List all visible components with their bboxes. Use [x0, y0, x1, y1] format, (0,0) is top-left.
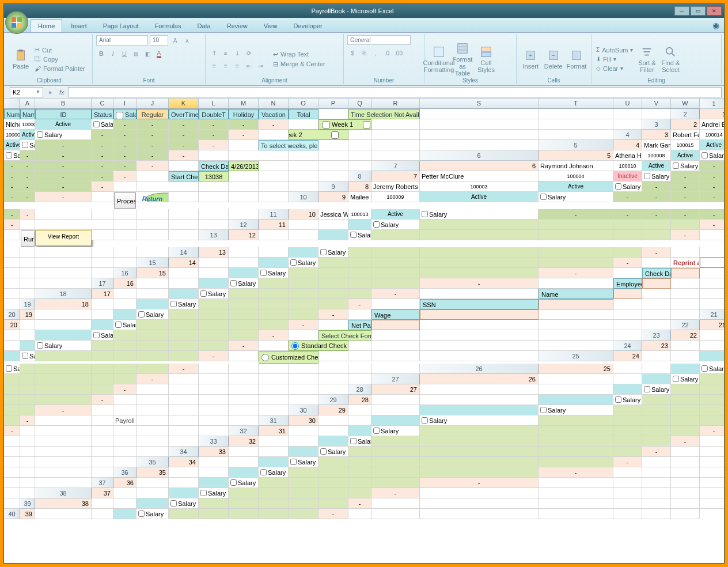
- indent-dec-icon[interactable]: ⇤: [244, 61, 254, 71]
- cell-total-2[interactable]: -: [259, 119, 289, 130]
- col-header-W[interactable]: W: [671, 99, 700, 109]
- cell-pay-18-1[interactable]: [259, 289, 289, 299]
- font-name-select[interactable]: Arial: [96, 35, 148, 46]
- cell-pay-34-3[interactable]: [539, 447, 613, 457]
- cell-num-23[interactable]: 22: [671, 330, 700, 341]
- salary-checkbox[interactable]: [644, 173, 650, 179]
- row-header-15[interactable]: 15: [136, 258, 169, 268]
- cell-pay-33-0[interactable]: [371, 436, 420, 447]
- cell-total-39[interactable]: -: [348, 498, 371, 509]
- cell-id-18[interactable]: [136, 289, 169, 299]
- cell-pay-7-0[interactable]: -: [700, 161, 724, 171]
- cell-num-25[interactable]: 24: [613, 351, 642, 361]
- cell-pay-8-0[interactable]: -: [671, 171, 700, 182]
- cell-name-33[interactable]: [259, 436, 289, 447]
- std-format-option[interactable]: Standard Check Format (Current Setup=Qui…: [289, 341, 348, 351]
- cell-total-36[interactable]: -: [539, 467, 613, 478]
- cell-pay-28-0[interactable]: [671, 384, 700, 395]
- cell-pay-24-4[interactable]: [169, 351, 199, 361]
- cell-id-7[interactable]: 100010: [613, 161, 642, 171]
- cell-total-27[interactable]: -: [113, 384, 136, 395]
- cell-pay-29-0[interactable]: [642, 395, 671, 405]
- maximize-button[interactable]: ▭: [691, 6, 706, 16]
- check-date-value[interactable]: 4/26/2013: [229, 161, 259, 171]
- cell-salary-9[interactable]: Salary: [613, 182, 642, 192]
- conditional-formatting-button[interactable]: Conditional Formatting: [428, 35, 450, 83]
- cell-pay-6-1[interactable]: -: [20, 161, 35, 171]
- dec-decimal-icon[interactable]: .00: [393, 48, 404, 58]
- cell-pay-35-0[interactable]: [318, 457, 348, 467]
- cell-num-28[interactable]: 27: [371, 384, 420, 395]
- cell-pay-29-2[interactable]: [700, 395, 724, 405]
- cell-id-32[interactable]: [318, 426, 348, 436]
- cell-name-24[interactable]: [671, 341, 700, 351]
- cell-num-22[interactable]: 21: [700, 320, 724, 330]
- cell-status-35[interactable]: [259, 457, 289, 467]
- shrink-font-icon[interactable]: ᴀ: [182, 35, 192, 46]
- cell-pay-16-4[interactable]: [420, 268, 539, 278]
- cell-pay-38-4[interactable]: [348, 488, 371, 498]
- cell-pay-31-1[interactable]: [613, 415, 642, 426]
- cell-num-14[interactable]: 13: [199, 247, 229, 258]
- cell-id-31[interactable]: [348, 415, 371, 426]
- cell-pay-39-3[interactable]: [289, 498, 318, 509]
- cell-salary-13[interactable]: Salary: [348, 230, 371, 240]
- cell-status-18[interactable]: [169, 289, 199, 299]
- cell-pay-37-0[interactable]: [259, 478, 289, 488]
- select-all[interactable]: [4, 99, 20, 109]
- cell-salary-34[interactable]: Salary: [318, 447, 348, 457]
- cell-salary-27[interactable]: Salary: [671, 374, 700, 384]
- reprint-combo[interactable]: ▼: [700, 258, 724, 268]
- salary-checkbox[interactable]: [260, 469, 267, 475]
- cell-status-14[interactable]: [289, 247, 318, 258]
- cell-pay-23-1[interactable]: [113, 341, 136, 351]
- cell-name-34[interactable]: [229, 447, 259, 457]
- cell-pay-35-1[interactable]: [348, 457, 371, 467]
- salary-checkbox[interactable]: [373, 428, 380, 434]
- cell-status-39[interactable]: [136, 498, 169, 509]
- cell-status-31[interactable]: [371, 415, 420, 426]
- merge-center-button[interactable]: ⊟Merge & Center: [272, 60, 327, 69]
- cell-num-27[interactable]: 26: [420, 374, 539, 384]
- row-header-36[interactable]: 36: [113, 467, 136, 478]
- cell-pay-20-4[interactable]: [289, 309, 318, 320]
- format-painter-button[interactable]: 🖌Format Painter: [33, 65, 86, 73]
- tab-review[interactable]: Review: [219, 19, 255, 32]
- paste-button[interactable]: Paste: [10, 35, 32, 83]
- cell-pay-36-2[interactable]: [348, 467, 371, 478]
- cell-salary-6[interactable]: Salary: [700, 150, 724, 161]
- cell-pay-30-1[interactable]: [642, 405, 671, 415]
- cell-num-18[interactable]: 17: [92, 289, 113, 299]
- cell-pay-22-2[interactable]: [169, 330, 199, 341]
- align-top-icon[interactable]: ⤒: [209, 48, 219, 59]
- cell-status-19[interactable]: [136, 299, 169, 309]
- cell-pay-25-0[interactable]: [20, 364, 35, 374]
- field-val-3[interactable]: [539, 299, 613, 309]
- cell-num-11[interactable]: 10: [289, 209, 318, 220]
- cell-pay-11-2[interactable]: -: [642, 209, 671, 220]
- cell-status-11[interactable]: Active: [371, 209, 420, 220]
- cell-salary-39[interactable]: Salary: [169, 498, 199, 509]
- cell-pay-26-2[interactable]: [35, 374, 92, 384]
- salary-checkbox[interactable]: [290, 259, 297, 266]
- cell-pay-6-4[interactable]: -: [113, 161, 136, 171]
- format-as-table-button[interactable]: Format as Table: [452, 35, 473, 83]
- row-header-27[interactable]: 27: [371, 374, 420, 384]
- cell-pay-16-1[interactable]: [318, 268, 348, 278]
- cell-pay-13-0[interactable]: [371, 230, 420, 240]
- salary-checkbox[interactable]: [93, 332, 100, 338]
- row-header-25[interactable]: 25: [539, 351, 613, 361]
- cell-num-26[interactable]: 25: [539, 364, 613, 374]
- cell-num-7[interactable]: 6: [420, 161, 539, 171]
- percent-icon[interactable]: %: [359, 48, 369, 58]
- cell-pay-4-2[interactable]: -: [113, 140, 136, 150]
- col-header-V[interactable]: V: [642, 99, 671, 109]
- salary-checkbox[interactable]: [540, 407, 547, 413]
- cell-total-10[interactable]: -: [20, 209, 35, 220]
- col-header-L[interactable]: L: [199, 99, 229, 109]
- autosum-button[interactable]: Σ AutoSum ▾: [595, 46, 634, 54]
- cell-pay-23-4[interactable]: [199, 341, 229, 351]
- cell-name-25[interactable]: [642, 351, 671, 361]
- cell-pay-15-2[interactable]: [371, 258, 420, 268]
- row-header-40[interactable]: 40: [4, 509, 20, 519]
